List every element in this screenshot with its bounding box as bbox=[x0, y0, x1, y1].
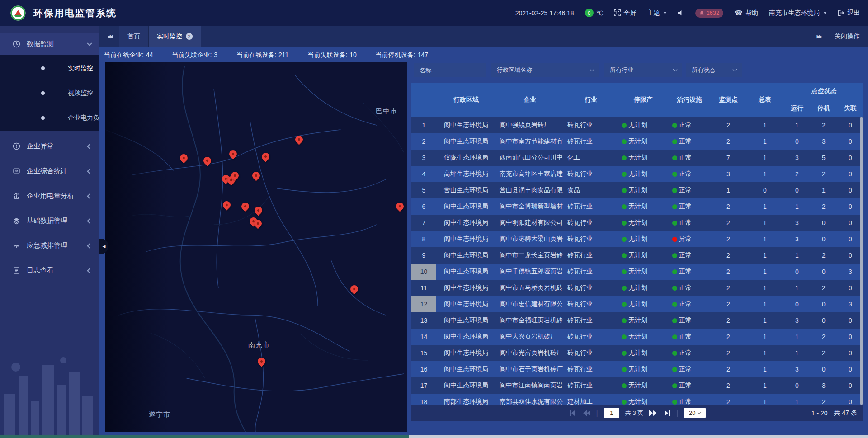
last-page-button[interactable] bbox=[663, 410, 670, 416]
page-number-input[interactable] bbox=[604, 408, 619, 418]
help-button[interactable]: ☎ 帮助 bbox=[734, 9, 758, 17]
table-row[interactable]: 15阆中生态环境局阆中市光富页岩机砖厂砖瓦行业无计划正常21120 bbox=[411, 345, 863, 361]
close-tab-icon[interactable]: × bbox=[186, 33, 193, 40]
status-dot-green bbox=[622, 367, 627, 372]
cell-company: 阆中市五马桥页岩机砖 bbox=[496, 280, 564, 296]
sidebar-group-企业异常[interactable]: 企业异常 bbox=[0, 134, 99, 159]
cell-region: 高坪生态环境局 bbox=[436, 166, 496, 182]
cell-industry: 砖瓦行业 bbox=[564, 280, 618, 296]
stat-item: 当前在线企业:44 bbox=[104, 51, 153, 59]
table-row[interactable]: 17阆中生态环境局阆中市江南镇阆南页岩砖瓦行业无计划正常21030 bbox=[411, 377, 863, 394]
cell-points: 2 bbox=[710, 231, 746, 247]
cell-facility: 正常 bbox=[669, 394, 710, 405]
sidebar-group-企业用电量分析[interactable]: 企业用电量分析 bbox=[0, 184, 99, 208]
cell-points: 2 bbox=[710, 215, 746, 231]
bottom-scrollbar-thumb[interactable] bbox=[409, 435, 868, 438]
col-meters: 总表 bbox=[746, 83, 783, 117]
table-row[interactable]: 13阆中生态环境局阆中市金福旺页岩机砖砖瓦行业无计划正常21300 bbox=[411, 312, 863, 329]
status-filter-select[interactable]: 所有状态 bbox=[686, 63, 742, 77]
sidebar-group-企业综合统计[interactable]: 企业综合统计 bbox=[0, 159, 99, 184]
region-filter-select[interactable]: 行政区域名称 bbox=[491, 63, 599, 77]
table-row[interactable]: 1阆中生态环境局阆中强锐页岩砖厂砖瓦行业无计划正常21120 bbox=[411, 117, 863, 133]
industry-filter-select[interactable]: 所有行业 bbox=[604, 63, 682, 77]
sidebar-item-实时监控[interactable]: 实时监控 bbox=[0, 56, 99, 80]
table-row[interactable]: 9阆中生态环境局阆中市二龙长宝页岩砖砖瓦行业无计划正常21120 bbox=[411, 247, 863, 264]
table-row[interactable]: 5营山生态环境局营山县润丰肉食品有限食品无计划正常10010 bbox=[411, 182, 863, 198]
map-panel[interactable]: 巴中市南充市遂宁市 bbox=[105, 62, 407, 432]
status-dot-green bbox=[622, 155, 627, 160]
sidebar-group-数据监测[interactable]: 数据监测 bbox=[0, 33, 99, 55]
table-row[interactable]: 12阆中生态环境局阆中市忠信建材有限公砖瓦行业无计划正常21003 bbox=[411, 296, 863, 312]
chevron-down-icon bbox=[590, 67, 594, 72]
cell-run: 1 bbox=[783, 280, 811, 296]
tab-label: 首页 bbox=[127, 33, 140, 41]
bell-icon bbox=[699, 10, 704, 15]
sidebar-group-基础数据管理[interactable]: 基础数据管理 bbox=[0, 208, 99, 233]
table-scrollbar[interactable] bbox=[860, 117, 863, 405]
chevron-left-icon bbox=[87, 218, 92, 223]
tab-首页[interactable]: 首页 bbox=[119, 26, 149, 47]
page-size-select[interactable]: 20 bbox=[684, 408, 706, 418]
org-dropdown[interactable]: 南充市生态环境局 bbox=[769, 9, 827, 17]
table-row[interactable]: 8阆中生态环境局阆中市枣碧大梁山页岩砖瓦行业无计划异常21300 bbox=[411, 231, 863, 247]
pagination-bar: | 共 3 页 | 20 1 - 20 共 47 条 bbox=[411, 405, 863, 421]
prev-page-button[interactable] bbox=[583, 410, 590, 416]
logout-button[interactable]: 退出 bbox=[838, 9, 860, 17]
sidebar-item-视频监控[interactable]: 视频监控 bbox=[0, 80, 99, 105]
table-row[interactable]: 6阆中生态环境局阆中市金博瑞新型墙材砖瓦行业无计划正常21120 bbox=[411, 198, 863, 215]
volume-button[interactable] bbox=[678, 9, 684, 16]
first-page-button[interactable] bbox=[569, 410, 577, 416]
status-dot-green bbox=[672, 286, 677, 291]
sidebar-item-label: 实时监控 bbox=[68, 64, 93, 72]
table-row[interactable]: 10阆中生态环境局阆中千佛镇五郎垭页岩砖瓦行业无计划正常21003 bbox=[411, 264, 863, 280]
cell-company: 阆中大兴页岩机砖厂 bbox=[496, 329, 564, 345]
table-row[interactable]: 18南部生态环境局南部县双佳水泥有限公建材加工无计划正常21120 bbox=[411, 394, 863, 405]
status-dot-green bbox=[672, 351, 677, 356]
cell-meters: 1 bbox=[746, 166, 783, 182]
cell-facility: 正常 bbox=[669, 312, 710, 329]
cell-facility: 正常 bbox=[669, 329, 710, 345]
theme-dropdown[interactable]: 主题 bbox=[647, 9, 667, 17]
cell-plan: 无计划 bbox=[618, 182, 669, 198]
table-row[interactable]: 7阆中生态环境局阆中明阳建材有限公司砖瓦行业无计划正常21300 bbox=[411, 215, 863, 231]
map-roads bbox=[105, 62, 407, 432]
sidebar: 数据监测实时监控视频监控企业电力负荷明细企业异常企业综合统计企业用电量分析基础数… bbox=[0, 26, 99, 438]
cell-plan: 无计划 bbox=[618, 264, 669, 280]
cell-region: 阆中生态环境局 bbox=[436, 312, 496, 329]
cell-industry: 砖瓦行业 bbox=[564, 345, 618, 361]
name-filter-input[interactable] bbox=[420, 67, 481, 74]
tab-实时监控[interactable]: 实时监控× bbox=[149, 26, 201, 47]
sidebar-group-日志查看[interactable]: 日志查看 bbox=[0, 258, 99, 283]
speaker-icon bbox=[678, 9, 684, 16]
name-filter-field[interactable] bbox=[414, 63, 486, 77]
cell-region: 阆中生态环境局 bbox=[436, 133, 496, 150]
cell-company: 阆中市光富页岩机砖厂 bbox=[496, 345, 564, 361]
cell-meters: 1 bbox=[746, 215, 783, 231]
cell-stop: 3 bbox=[811, 133, 837, 150]
cell-company: 南部县双佳水泥有限公 bbox=[496, 394, 564, 405]
alert-counter[interactable]: 2632 bbox=[695, 9, 723, 18]
status-dot-green bbox=[622, 334, 627, 339]
tabs-scroll-right-button[interactable]: ▶▶ bbox=[817, 34, 821, 39]
table-row[interactable]: 3仪陇生态环境局西南油气田分公司川中化工无计划正常71350 bbox=[411, 150, 863, 166]
table-row[interactable]: 4高坪生态环境局南充市高坪区王家店建砖瓦行业无计划正常31220 bbox=[411, 166, 863, 182]
col-region: 行政区域 bbox=[436, 83, 496, 117]
table-row[interactable]: 11阆中生态环境局阆中市五马桥页岩机砖砖瓦行业无计划正常21120 bbox=[411, 280, 863, 296]
sidebar-group-应急减排管理[interactable]: 应急减排管理 bbox=[0, 233, 99, 258]
status-dot-green bbox=[672, 204, 677, 209]
table-row[interactable]: 2阆中生态环境局阆中市南方节能建材有砖瓦行业无计划正常21030 bbox=[411, 133, 863, 150]
cell-plan: 无计划 bbox=[618, 296, 669, 312]
fullscreen-button[interactable]: 全屏 bbox=[614, 9, 636, 17]
cell-facility: 正常 bbox=[669, 198, 710, 215]
tabs-scroll-left-button[interactable]: ◀◀ bbox=[99, 26, 119, 47]
next-page-button[interactable] bbox=[649, 410, 657, 416]
cell-plan: 无计划 bbox=[618, 394, 669, 405]
sidebar-item-企业电力负荷明细[interactable]: 企业电力负荷明细 bbox=[0, 105, 99, 130]
cell-plan: 无计划 bbox=[618, 280, 669, 296]
cell-stop: 0 bbox=[811, 231, 837, 247]
table-row[interactable]: 14阆中生态环境局阆中大兴页岩机砖厂砖瓦行业无计划正常21120 bbox=[411, 329, 863, 345]
cell-meters: 1 bbox=[746, 361, 783, 377]
cell-facility: 正常 bbox=[669, 280, 710, 296]
close-operations-button[interactable]: 关闭操作 bbox=[835, 33, 860, 41]
table-row[interactable]: 16阆中生态环境局阆中市石子页岩机砖厂砖瓦行业无计划正常21300 bbox=[411, 361, 863, 377]
